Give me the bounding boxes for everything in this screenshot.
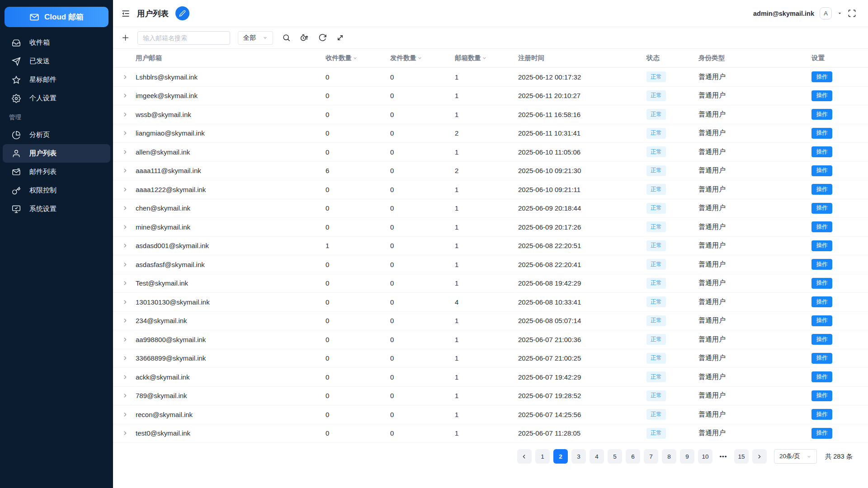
row-expand-chevron-icon[interactable]	[113, 224, 136, 230]
page-number-button[interactable]: 3	[571, 449, 586, 464]
app-logo-button[interactable]: Cloud 邮箱	[5, 7, 108, 27]
cell-mailbox-count: 4	[455, 298, 518, 306]
col-header-received[interactable]: 收件数量	[326, 54, 390, 62]
row-expand-chevron-icon[interactable]	[113, 299, 136, 305]
prev-page-button[interactable]	[517, 449, 532, 464]
sidebar-item-personal-settings[interactable]: 个人设置	[3, 89, 110, 108]
row-action-button[interactable]: 操作	[811, 203, 832, 214]
col-header-sent[interactable]: 发件数量	[390, 54, 455, 62]
sidebar-item-sent[interactable]: 已发送	[3, 52, 110, 70]
page-number-button[interactable]: 5	[608, 449, 622, 464]
row-expand-chevron-icon[interactable]	[113, 243, 136, 249]
refresh-icon[interactable]	[318, 33, 327, 42]
search-icon[interactable]	[282, 33, 291, 42]
edit-title-button[interactable]	[175, 6, 189, 20]
row-expand-chevron-icon[interactable]	[113, 355, 136, 361]
caret-down-icon[interactable]	[837, 11, 842, 16]
page-number-button[interactable]: •••	[716, 449, 731, 464]
page-number-button[interactable]: 6	[626, 449, 640, 464]
page-size-select[interactable]: 20条/页	[774, 449, 817, 464]
search-input[interactable]	[137, 31, 230, 45]
sort-by-time-icon[interactable]	[300, 33, 309, 42]
cell-action: 操作	[811, 184, 868, 195]
sidebar-item-inbox[interactable]: 收件箱	[3, 33, 110, 52]
cell-action: 操作	[811, 240, 868, 251]
monitor-check-icon	[12, 205, 21, 214]
row-action-button[interactable]: 操作	[811, 90, 832, 101]
cell-sent-count: 0	[390, 129, 455, 137]
row-action-button[interactable]: 操作	[811, 184, 832, 195]
row-expand-chevron-icon[interactable]	[113, 374, 136, 380]
cell-sent-count: 0	[390, 261, 455, 268]
status-badge: 正常	[646, 221, 666, 232]
row-action-button[interactable]: 操作	[811, 165, 832, 176]
page-number-button[interactable]: 15	[734, 449, 749, 464]
cell-status: 正常	[646, 371, 698, 382]
sidebar-item-user-list[interactable]: 用户列表	[3, 144, 110, 163]
row-expand-chevron-icon[interactable]	[113, 187, 136, 192]
sidebar-item-permissions[interactable]: 权限控制	[3, 181, 110, 200]
row-action-button[interactable]: 操作	[811, 315, 832, 326]
avatar[interactable]: A	[820, 7, 832, 19]
table-row: 789@skymail.ink 0 0 1 2025-06-07 19:28:5…	[113, 387, 868, 406]
row-action-button[interactable]: 操作	[811, 278, 832, 289]
row-expand-chevron-icon[interactable]	[113, 412, 136, 418]
row-action-button[interactable]: 操作	[811, 353, 832, 364]
row-action-button[interactable]: 操作	[811, 428, 832, 439]
filter-select[interactable]: 全部	[238, 31, 273, 45]
row-expand-chevron-icon[interactable]	[113, 93, 136, 99]
add-user-icon[interactable]	[121, 33, 130, 42]
row-action-button[interactable]: 操作	[811, 221, 832, 232]
cell-role: 普通用户	[698, 298, 811, 306]
fullscreen-icon[interactable]	[848, 9, 856, 18]
row-expand-chevron-icon[interactable]	[113, 337, 136, 343]
expand-icon[interactable]	[336, 33, 344, 42]
row-action-button[interactable]: 操作	[811, 240, 832, 251]
cell-status: 正常	[646, 240, 698, 251]
row-action-button[interactable]: 操作	[811, 109, 832, 120]
row-action-button[interactable]: 操作	[811, 296, 832, 307]
sidebar-item-starred[interactable]: 星标邮件	[3, 70, 110, 89]
row-expand-chevron-icon[interactable]	[113, 430, 136, 436]
row-expand-chevron-icon[interactable]	[113, 168, 136, 174]
page-number-button[interactable]: 4	[590, 449, 604, 464]
row-action-button[interactable]: 操作	[811, 128, 832, 139]
row-action-button[interactable]: 操作	[811, 259, 832, 270]
page-number-button[interactable]: 1	[535, 449, 550, 464]
row-expand-chevron-icon[interactable]	[113, 130, 136, 136]
page-number-button[interactable]: 2	[553, 449, 568, 464]
sort-caret-icon[interactable]	[482, 56, 487, 61]
row-action-button[interactable]: 操作	[811, 146, 832, 157]
page-number-button[interactable]: 7	[644, 449, 658, 464]
menu-fold-icon[interactable]	[121, 9, 130, 18]
cell-sent-count: 0	[390, 167, 455, 174]
row-expand-chevron-icon[interactable]	[113, 149, 136, 155]
row-expand-chevron-icon[interactable]	[113, 393, 136, 399]
sort-caret-icon[interactable]	[417, 56, 422, 61]
cell-received-count: 0	[326, 429, 390, 437]
row-expand-chevron-icon[interactable]	[113, 262, 136, 267]
page-number-button[interactable]: 10	[698, 449, 712, 464]
row-expand-chevron-icon[interactable]	[113, 280, 136, 286]
cell-sent-count: 0	[390, 92, 455, 99]
sidebar-item-mail-list[interactable]: 邮件列表	[3, 163, 110, 181]
table-row: ackk@skymail.ink 0 0 1 2025-06-07 19:42:…	[113, 368, 868, 387]
row-action-button[interactable]: 操作	[811, 409, 832, 420]
status-badge: 正常	[646, 71, 666, 82]
row-action-button[interactable]: 操作	[811, 371, 832, 382]
next-page-button[interactable]	[752, 449, 767, 464]
row-action-button[interactable]: 操作	[811, 390, 832, 401]
sort-caret-icon[interactable]	[353, 56, 358, 61]
sidebar-item-analytics[interactable]: 分析页	[3, 126, 110, 144]
page-number-button[interactable]: 8	[662, 449, 676, 464]
row-expand-chevron-icon[interactable]	[113, 112, 136, 117]
row-action-button[interactable]: 操作	[811, 334, 832, 345]
row-expand-chevron-icon[interactable]	[113, 318, 136, 324]
row-action-button[interactable]: 操作	[811, 71, 832, 82]
page-number-button[interactable]: 9	[680, 449, 694, 464]
row-expand-chevron-icon[interactable]	[113, 74, 136, 80]
col-header-mailboxes[interactable]: 邮箱数量	[455, 54, 518, 62]
sidebar: Cloud 邮箱 收件箱 已发送 星标邮件 个人设置 管理	[0, 0, 113, 488]
row-expand-chevron-icon[interactable]	[113, 205, 136, 211]
sidebar-item-system-settings[interactable]: 系统设置	[3, 200, 110, 218]
